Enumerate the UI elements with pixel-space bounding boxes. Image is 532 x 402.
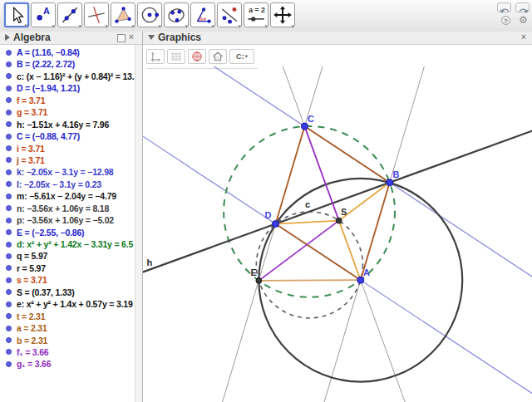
point-A[interactable] <box>357 277 364 283</box>
tool-dropdown-icon[interactable]: ▾ <box>52 23 55 29</box>
object-visibility-dot[interactable] <box>6 253 12 259</box>
algebra-row[interactable]: n: −3.56x + 1.06y = 8.18 <box>0 203 135 214</box>
line-p[interactable] <box>143 66 532 402</box>
tool-dropdown-icon[interactable]: ▾ <box>78 23 81 29</box>
segment-C-D[interactable] <box>275 126 304 223</box>
circle-e[interactable] <box>256 212 362 318</box>
label-E[interactable]: E <box>251 267 257 277</box>
point-D[interactable] <box>272 221 278 228</box>
algebra-row[interactable]: h: −1.51x + 4.16y = 7.96 <box>0 119 135 130</box>
polar-grid-button[interactable] <box>188 49 206 64</box>
algebra-row[interactable]: g₁ = 3.66 <box>0 358 135 370</box>
algebra-row[interactable]: r = 5.97 <box>0 262 135 274</box>
object-visibility-dot[interactable] <box>6 265 12 271</box>
slider-tool[interactable]: a = 2▾ <box>244 2 268 27</box>
label-A[interactable]: A <box>363 267 370 277</box>
object-visibility-dot[interactable] <box>6 110 12 115</box>
line-tool[interactable]: ▾ <box>57 2 82 27</box>
polygon-tool[interactable]: ▾ <box>111 2 135 27</box>
algebra-row[interactable]: t = 2.31 <box>0 311 135 322</box>
object-visibility-dot[interactable] <box>6 145 12 151</box>
graphics-canvas[interactable]: ABCDESch <box>143 66 532 402</box>
algebra-row[interactable]: B = (2.22, 2.72) <box>0 58 135 70</box>
algebra-row[interactable]: c: (x − 1.16)² + (y + 0.84)² = 13.76 <box>0 71 135 82</box>
algebra-row[interactable]: j = 3.71 <box>0 154 135 166</box>
algebra-row[interactable]: l: −2.05x − 3.1y = 0.23 <box>0 179 135 190</box>
ellipse-tool[interactable]: ▾ <box>164 2 189 27</box>
algebra-row[interactable]: i = 3.71 <box>0 143 135 154</box>
algebra-close-icon[interactable]: × <box>129 33 134 42</box>
angle-tool[interactable]: ▾ <box>190 2 215 27</box>
segment-S-E[interactable] <box>259 221 338 281</box>
undock-panel-icon[interactable] <box>117 34 126 42</box>
tool-dropdown-icon[interactable]: ▾ <box>105 23 108 29</box>
algebra-row[interactable]: d: x² + y² + 1.42x − 3.31y = 6.5 <box>0 238 135 250</box>
object-visibility-dot[interactable] <box>6 302 12 307</box>
circle-tool[interactable]: ▾ <box>137 2 162 27</box>
object-visibility-dot[interactable] <box>6 349 12 355</box>
object-visibility-dot[interactable] <box>6 361 12 367</box>
redo-button[interactable] <box>515 2 530 12</box>
object-visibility-dot[interactable] <box>6 61 12 67</box>
object-visibility-dot[interactable] <box>6 205 12 211</box>
point-C[interactable] <box>301 123 308 130</box>
tool-dropdown-icon[interactable]: ▾ <box>24 22 27 28</box>
show-axes-button[interactable] <box>146 49 165 64</box>
point-E[interactable] <box>256 277 262 283</box>
algebra-row[interactable]: k: −2.05x − 3.1y = −12.98 <box>0 166 135 178</box>
object-visibility-dot[interactable] <box>6 50 12 56</box>
algebra-row[interactable]: m: −5.61x − 2.04y = −4.79 <box>0 190 135 202</box>
object-visibility-dot[interactable] <box>6 97 12 103</box>
algebra-row[interactable]: q = 5.97 <box>0 250 135 262</box>
line-m[interactable] <box>143 66 532 402</box>
algebra-row[interactable]: b = 2.31 <box>0 335 135 346</box>
algebra-row[interactable]: C = (−0.88, 4.77) <box>0 130 135 142</box>
settings-gear-icon[interactable]: ⚙ <box>519 14 528 26</box>
algebra-row[interactable]: f₁ = 3.66 <box>0 346 135 358</box>
algebra-collapse-icon[interactable] <box>5 34 10 41</box>
object-visibility-dot[interactable] <box>6 169 12 175</box>
segment-S-A[interactable] <box>339 221 361 281</box>
algebra-row[interactable]: E = (−2.55, −0.86) <box>0 227 135 238</box>
perpendicular-line-tool[interactable]: ▾ <box>84 2 109 27</box>
point-B[interactable] <box>387 179 393 186</box>
algebra-row[interactable]: e: x² + y² + 1.4x + 0.57y = 3.19 <box>0 298 135 310</box>
object-visibility-dot[interactable] <box>6 277 12 283</box>
label-S[interactable]: S <box>341 207 347 217</box>
object-visibility-dot[interactable] <box>6 313 12 319</box>
undo-button[interactable] <box>497 2 511 12</box>
algebra-row[interactable]: D = (−1.94, 1.21) <box>0 82 135 94</box>
tool-dropdown-icon[interactable]: ▾ <box>158 23 161 29</box>
object-visibility-dot[interactable] <box>6 218 12 223</box>
object-visibility-dot[interactable] <box>6 229 12 235</box>
object-visibility-dot[interactable] <box>6 326 12 331</box>
segment-D-A[interactable] <box>275 224 360 281</box>
label-B[interactable]: B <box>393 169 400 179</box>
object-visibility-dot[interactable] <box>6 73 12 79</box>
standard-view-button[interactable] <box>209 49 227 64</box>
label-c[interactable]: c <box>305 199 310 209</box>
point-capturing-dropdown[interactable]: C: ▾ <box>229 49 254 64</box>
line-h[interactable] <box>143 66 532 402</box>
help-icon[interactable]: ? <box>501 16 510 25</box>
tool-dropdown-icon[interactable]: ▾ <box>264 23 268 29</box>
graphics-close-icon[interactable]: × <box>521 33 526 42</box>
label-h[interactable]: h <box>147 257 153 267</box>
algebra-row[interactable]: a = 2.31 <box>0 322 135 334</box>
object-visibility-dot[interactable] <box>6 157 12 163</box>
algebra-row[interactable]: p: −3.56x + 1.06y = −5.02 <box>0 214 135 226</box>
tool-dropdown-icon[interactable]: ▾ <box>185 23 188 29</box>
tool-dropdown-icon[interactable]: ▾ <box>131 23 135 29</box>
line-l[interactable] <box>143 66 532 402</box>
object-visibility-dot[interactable] <box>6 242 12 248</box>
label-D[interactable]: D <box>265 210 272 220</box>
algebra-row[interactable]: S = (0.37, 1.33) <box>0 287 135 298</box>
object-visibility-dot[interactable] <box>6 134 12 140</box>
line-n[interactable] <box>143 66 532 402</box>
line-k[interactable] <box>143 66 532 402</box>
point-tool[interactable]: A▾ <box>31 2 56 27</box>
move-tool[interactable]: ▾ <box>4 2 29 27</box>
tool-dropdown-icon[interactable]: ▾ <box>211 23 214 29</box>
algebra-row[interactable]: f = 3.71 <box>0 95 135 106</box>
segment-E-A[interactable] <box>259 280 360 281</box>
